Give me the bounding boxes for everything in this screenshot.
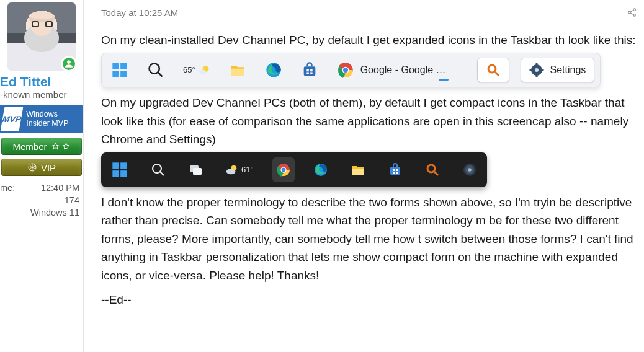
svg-rect-47 bbox=[390, 167, 400, 175]
svg-point-13 bbox=[199, 70, 206, 75]
taskbar-screenshot-compact: 61° bbox=[101, 152, 487, 187]
gear-icon bbox=[458, 157, 481, 182]
search-highlight-icon bbox=[421, 157, 444, 182]
svg-line-4 bbox=[630, 10, 633, 12]
svg-line-11 bbox=[158, 73, 163, 77]
os-value: Windows 11 bbox=[30, 208, 79, 218]
svg-rect-32 bbox=[112, 162, 119, 169]
start-icon bbox=[107, 157, 132, 182]
chrome-taskbar-item: Google - Google … bbox=[333, 58, 466, 82]
svg-rect-28 bbox=[535, 63, 537, 66]
file-explorer-icon bbox=[225, 58, 250, 82]
share-icon[interactable] bbox=[627, 7, 638, 18]
svg-point-44 bbox=[281, 167, 285, 172]
svg-point-36 bbox=[153, 164, 161, 173]
weather-temp: 65° bbox=[183, 64, 195, 76]
local-time-value: 12:40 PM bbox=[41, 183, 79, 193]
post-count-value: 174 bbox=[65, 195, 79, 205]
user-sidebar: Ed Tittel -known member MVP Windows Insi… bbox=[0, 0, 84, 352]
svg-point-3 bbox=[633, 14, 635, 16]
svg-point-23 bbox=[343, 68, 348, 73]
vip-ribbon: VIP bbox=[1, 159, 82, 176]
search-highlight-icon bbox=[477, 58, 509, 82]
ms-store-icon bbox=[297, 58, 322, 82]
svg-line-25 bbox=[495, 72, 499, 76]
svg-point-56 bbox=[468, 168, 472, 172]
svg-line-53 bbox=[434, 172, 438, 175]
svg-point-41 bbox=[226, 169, 236, 174]
local-time-label: me: bbox=[0, 183, 15, 193]
svg-rect-20 bbox=[310, 73, 313, 75]
member-ribbon-label: Member bbox=[12, 141, 47, 152]
settings-taskbar-item: Settings bbox=[521, 58, 595, 82]
weather-widget-icon: 65° bbox=[179, 58, 214, 82]
presence-online-icon bbox=[61, 56, 77, 72]
svg-rect-17 bbox=[306, 69, 309, 72]
svg-rect-35 bbox=[120, 170, 127, 177]
user-meta: me: 12:40 PM 174 Windows 11 bbox=[0, 182, 83, 219]
svg-point-2 bbox=[633, 9, 635, 11]
task-view-icon bbox=[184, 157, 207, 182]
ms-store-icon bbox=[384, 157, 406, 182]
svg-point-52 bbox=[427, 165, 435, 172]
settings-window-title: Settings bbox=[550, 63, 586, 78]
mvp-text: Windows Insider MVP bbox=[26, 110, 79, 128]
vip-emblem-icon bbox=[27, 162, 37, 172]
svg-rect-48 bbox=[393, 169, 395, 171]
chrome-icon bbox=[272, 157, 295, 182]
svg-rect-8 bbox=[112, 71, 119, 78]
paragraph-1: On my clean-installed Dev Channel PC, by… bbox=[101, 31, 644, 49]
search-icon bbox=[147, 157, 169, 182]
svg-rect-34 bbox=[112, 170, 119, 177]
svg-rect-50 bbox=[393, 172, 395, 174]
svg-rect-7 bbox=[120, 63, 127, 70]
member-ribbon: Member bbox=[1, 138, 82, 155]
vip-ribbon-label: VIP bbox=[41, 162, 56, 173]
post-header: Today at 10:25 AM bbox=[101, 0, 644, 25]
post-timestamp[interactable]: Today at 10:25 AM bbox=[101, 7, 178, 18]
svg-rect-33 bbox=[120, 162, 127, 169]
svg-line-5 bbox=[630, 13, 633, 15]
paragraph-2: On my upgraded Dev Channel PCs (both of … bbox=[101, 94, 644, 148]
start-icon bbox=[107, 58, 132, 82]
svg-point-27 bbox=[535, 68, 539, 72]
svg-point-10 bbox=[150, 64, 159, 74]
file-explorer-icon bbox=[347, 157, 369, 182]
weather-temp: 61° bbox=[241, 164, 254, 176]
svg-rect-16 bbox=[303, 67, 315, 76]
svg-rect-29 bbox=[535, 75, 537, 77]
svg-rect-9 bbox=[120, 71, 127, 78]
svg-rect-49 bbox=[396, 169, 398, 171]
edge-icon bbox=[310, 157, 332, 182]
mvp-logo-icon: MVP bbox=[0, 107, 23, 131]
chrome-window-title: Google - Google … bbox=[360, 63, 446, 78]
star-icons bbox=[51, 142, 71, 151]
svg-rect-51 bbox=[396, 172, 398, 174]
mvp-badge: MVP Windows Insider MVP bbox=[0, 105, 83, 133]
svg-rect-14 bbox=[231, 69, 244, 76]
svg-rect-6 bbox=[112, 63, 119, 70]
user-rank-label: -known member bbox=[0, 89, 83, 103]
paragraph-3: I don't know the proper terminology to d… bbox=[101, 193, 644, 284]
post-container: Today at 10:25 AM On my clean-installed … bbox=[84, 0, 644, 352]
svg-rect-31 bbox=[541, 69, 543, 71]
svg-point-24 bbox=[488, 65, 496, 73]
svg-rect-46 bbox=[352, 169, 364, 175]
signature: --Ed-- bbox=[101, 291, 644, 309]
weather-widget-icon: 61° bbox=[221, 157, 257, 182]
avatar[interactable] bbox=[7, 2, 76, 71]
post-body: On my clean-installed Dev Channel PC, by… bbox=[101, 25, 644, 312]
svg-rect-19 bbox=[306, 73, 309, 75]
taskbar-screenshot-expanded: 65° Google - Google … Settin bbox=[101, 53, 601, 87]
chrome-icon bbox=[337, 61, 354, 79]
svg-rect-18 bbox=[310, 69, 313, 72]
svg-rect-39 bbox=[193, 168, 202, 175]
svg-point-1 bbox=[628, 11, 630, 13]
search-icon bbox=[143, 58, 168, 82]
user-name-link[interactable]: Ed Tittel bbox=[0, 71, 83, 89]
svg-line-37 bbox=[160, 172, 164, 175]
gear-icon bbox=[529, 63, 544, 77]
svg-rect-30 bbox=[529, 69, 532, 71]
edge-icon bbox=[261, 58, 286, 82]
